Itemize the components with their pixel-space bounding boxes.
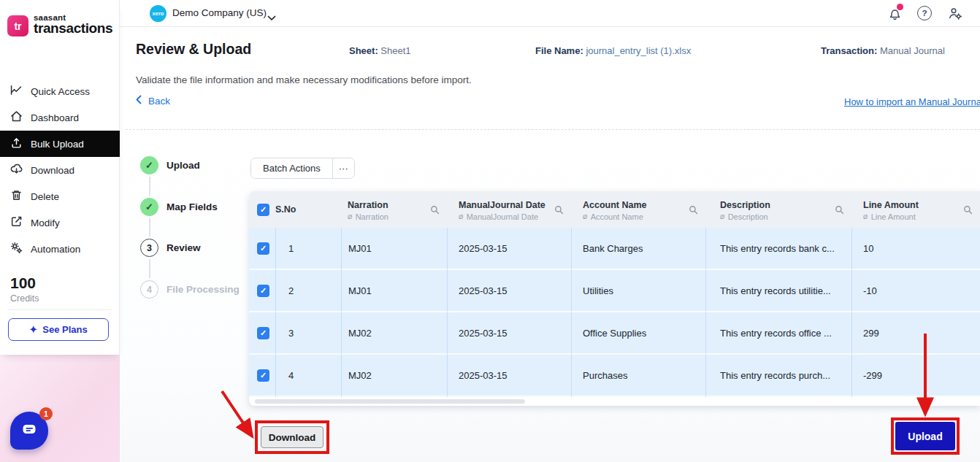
link-icon: ⌀ xyxy=(348,212,353,221)
sheet-meta: Sheet: Sheet1 xyxy=(349,45,411,56)
table-row[interactable]: ✓ 3 MJ02 2025-03-15 Office Supplies This… xyxy=(249,312,980,355)
cell-narration: MJ02 xyxy=(348,370,372,381)
upload-button[interactable]: Upload xyxy=(895,422,955,450)
cell-account: Office Supplies xyxy=(583,328,646,339)
row-checkbox[interactable]: ✓ xyxy=(257,242,269,255)
sparkle-icon: ✦ xyxy=(29,324,37,335)
help-icon[interactable]: ? xyxy=(917,6,933,21)
sidebar-item-label: Bulk Upload xyxy=(31,139,84,150)
check-icon: ✓ xyxy=(260,328,267,338)
search-icon[interactable] xyxy=(554,204,564,217)
cell-amount: 10 xyxy=(863,243,873,254)
column-separator xyxy=(447,228,448,397)
step-map-fields-circle[interactable]: ✓ xyxy=(140,198,158,216)
column-separator xyxy=(705,228,706,397)
company-name: Demo Company (US) xyxy=(172,7,267,18)
file-name-label: File Name: xyxy=(535,45,583,56)
sidebar-item-modify[interactable]: Modify xyxy=(0,209,120,236)
sidebar-item-automation[interactable]: Automation xyxy=(0,236,120,262)
cell-amount: 299 xyxy=(863,328,879,339)
batch-actions-button[interactable]: Batch Actions xyxy=(251,158,332,178)
table-row[interactable]: ✓ 2 MJ01 2025-03-15 Utilities This entry… xyxy=(249,270,980,312)
topbar: xero Demo Company (US) ? xyxy=(120,0,980,27)
sidebar-item-download[interactable]: Download xyxy=(0,157,120,183)
page-subtitle: Validate the file information and make n… xyxy=(136,74,472,85)
column-separator xyxy=(341,228,342,397)
notifications-bell-icon[interactable] xyxy=(887,6,903,21)
step-review-label[interactable]: Review xyxy=(166,242,201,253)
transaction-label: Transaction: xyxy=(821,45,877,56)
scrollbar-thumb[interactable] xyxy=(255,399,525,404)
step-review-circle[interactable]: 3 xyxy=(140,239,158,257)
more-actions-button[interactable]: ··· xyxy=(332,158,354,178)
column-header-line-amount: Line Amount ⌀Line Amount xyxy=(851,191,980,228)
cell-sno: 4 xyxy=(288,370,294,381)
search-icon[interactable] xyxy=(963,204,973,217)
batch-actions-group: Batch Actions ··· xyxy=(250,158,355,179)
step-file-processing-label[interactable]: File Processing xyxy=(166,284,240,295)
search-icon[interactable] xyxy=(689,204,698,217)
sidebar-item-quick-access[interactable]: Quick Access xyxy=(0,78,120,104)
sidebar-item-label: Delete xyxy=(31,191,59,202)
table-row[interactable]: ✓ 1 MJ01 2025-03-15 Bank Charges This en… xyxy=(249,228,980,270)
column-header-description: Description ⌀Description xyxy=(705,191,851,228)
column-separator xyxy=(571,228,572,397)
cell-date: 2025-03-15 xyxy=(459,243,508,254)
sidebar-item-label: Modify xyxy=(31,217,60,228)
user-settings-icon[interactable] xyxy=(947,6,962,21)
cell-account: Bank Charges xyxy=(583,243,643,254)
sidebar-item-dashboard[interactable]: Dashboard xyxy=(0,104,120,131)
download-button[interactable]: Download xyxy=(261,426,324,448)
column-header-narration: Narration ⌀Narration xyxy=(341,191,447,228)
link-icon: ⌀ xyxy=(459,212,464,221)
step-file-processing-circle[interactable]: 4 xyxy=(140,280,158,299)
brand-mark: tr xyxy=(7,15,28,36)
row-checkbox[interactable]: ✓ xyxy=(257,285,269,297)
stepper-connector xyxy=(149,259,150,278)
step-upload-label[interactable]: Upload xyxy=(166,160,200,171)
chat-icon xyxy=(20,420,39,442)
review-table: ✓ S.No Narration ⌀Narration ManualJourna… xyxy=(249,191,980,406)
link-icon: ⌀ xyxy=(863,212,868,221)
sidebar-item-delete[interactable]: Delete xyxy=(0,183,120,209)
cell-account: Utilities xyxy=(583,285,613,296)
how-to-import-link[interactable]: How to import an Manual Journal xyxy=(844,96,980,107)
row-checkbox[interactable]: ✓ xyxy=(257,327,269,339)
divider xyxy=(7,309,112,310)
stepper-connector xyxy=(149,218,150,236)
cell-sno: 3 xyxy=(288,328,294,339)
cell-narration: MJ01 xyxy=(348,243,372,254)
search-icon[interactable] xyxy=(835,204,844,217)
cell-narration: MJ02 xyxy=(348,328,372,339)
file-name-value: journal_entry_list (1).xlsx xyxy=(586,45,691,56)
column-header-account-name: Account Name ⌀Account Name xyxy=(571,191,705,228)
check-icon: ✓ xyxy=(260,205,267,215)
home-icon xyxy=(10,110,23,125)
credits-label: Credits xyxy=(10,293,39,304)
search-icon[interactable] xyxy=(430,204,440,217)
see-plans-button[interactable]: ✦ See Plans xyxy=(8,318,109,341)
trash-icon xyxy=(10,189,23,204)
table-row[interactable]: ✓ 4 MJ02 2025-03-15 Purchases This entry… xyxy=(249,355,980,397)
column-separator xyxy=(275,228,276,397)
check-icon: ✓ xyxy=(260,244,267,253)
cell-date: 2025-03-15 xyxy=(459,370,508,381)
step-map-fields-label[interactable]: Map Fields xyxy=(166,201,218,212)
cell-date: 2025-03-15 xyxy=(459,285,508,296)
sidebar-item-label: Automation xyxy=(31,244,80,255)
back-link[interactable]: Back xyxy=(136,95,170,107)
link-icon: ⌀ xyxy=(583,212,588,221)
cell-amount: -10 xyxy=(863,285,877,296)
column-separator xyxy=(851,228,852,397)
brand-name-bottom: transactions xyxy=(34,20,112,36)
table-header: ✓ S.No Narration ⌀Narration ManualJourna… xyxy=(249,191,980,228)
step-upload-circle[interactable]: ✓ xyxy=(140,156,158,174)
see-plans-label: See Plans xyxy=(42,324,87,335)
cell-sno: 1 xyxy=(288,243,294,254)
select-all-checkbox[interactable]: ✓ xyxy=(257,204,269,216)
edit-icon xyxy=(10,215,23,230)
row-checkbox[interactable]: ✓ xyxy=(257,369,269,382)
chat-launcher[interactable]: 1 xyxy=(10,412,48,450)
sidebar-item-bulk-upload[interactable]: Bulk Upload xyxy=(0,131,120,157)
sheet-value: Sheet1 xyxy=(380,45,410,56)
